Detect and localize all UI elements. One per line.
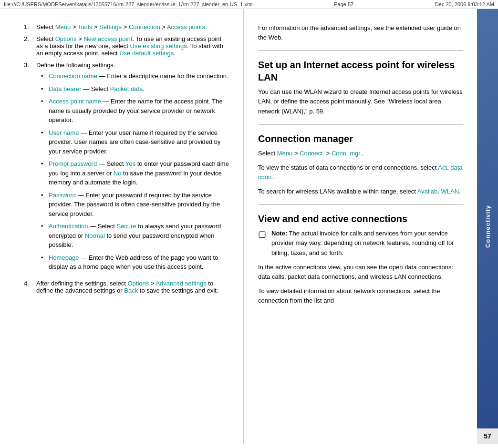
bullet-access-point-name: • Access point name — Enter the name for… (41, 97, 229, 125)
link-access-point-name[interactable]: Access point name (49, 98, 101, 105)
section2-line2-period: . (459, 188, 461, 195)
link-yes[interactable]: Yes (125, 160, 135, 167)
step-2-text-1: Select (36, 35, 55, 42)
link-availab-wlan[interactable]: Availab. WLAN (417, 188, 459, 195)
link-packet-data[interactable]: Packet data (110, 85, 143, 92)
step-1-gt1: > (71, 23, 78, 31)
note-body: The actual invoice for calls and service… (271, 230, 454, 256)
link-normal[interactable]: Normal (85, 232, 105, 239)
bullet-6-text: Password — Enter your password if requir… (49, 191, 229, 219)
link-homepage[interactable]: Homepage (49, 254, 79, 261)
bullet-8-text: Homepage — Enter the Web address of the … (49, 253, 229, 272)
section2-line1-before: To view the status of data connections o… (258, 164, 438, 171)
link-connect[interactable]: Connect. (300, 150, 324, 157)
step-2-content: Select Options > New access point. To us… (36, 35, 229, 57)
step-2: 2. Select Options > New access point. To… (24, 35, 229, 57)
date-label: Dec 20, 2006 9:03:12 AM (435, 1, 494, 7)
section2-sep1: > (292, 150, 300, 157)
section3-heading: View and end active connections (258, 213, 463, 225)
note-box: ▢ Note: The actual invoice for calls and… (258, 229, 463, 257)
step-2-num: 2. (24, 35, 33, 57)
link-use-existing[interactable]: Use existing settings (130, 42, 187, 50)
link-new-access[interactable]: New access point (83, 35, 132, 42)
bullet-authentication: • Authentication — Select Secure to alwa… (41, 222, 229, 250)
bullet-2-dot: • (41, 84, 46, 94)
step-1-num: 1. (24, 23, 33, 31)
link-options-1[interactable]: Options (55, 35, 77, 42)
bullet-data-bearer: • Data bearer — Select Packet data. (41, 84, 229, 94)
note-text: Note: The actual invoice for calls and s… (271, 229, 463, 257)
file-path: file:///C:/USERS/MODEServer/lkatajis/130… (4, 1, 253, 7)
link-access-points[interactable]: Access points (167, 23, 205, 31)
link-authentication[interactable]: Authentication (49, 223, 88, 230)
note-icon: ▢ (258, 229, 268, 257)
link-connection[interactable]: Connection (129, 23, 160, 31)
sidebar: Connectivity 57 (477, 9, 498, 444)
step-3-num: 3. (24, 61, 33, 275)
step-1: 1. Select Menu > Tools > Settings > Conn… (24, 23, 229, 31)
right-intro: For information on the advanced settings… (258, 23, 463, 42)
link-menu-2[interactable]: Menu (277, 150, 293, 157)
link-back[interactable]: Back (124, 287, 138, 294)
step-1-gt2: > (92, 23, 99, 31)
bullet-8-dot: • (41, 253, 46, 272)
bullet-5-text: Prompt password — Select Yes to enter yo… (49, 159, 229, 187)
link-tools[interactable]: Tools (78, 23, 92, 31)
section2-period: . (362, 150, 364, 157)
section3-body3: To view detailed information about netwo… (258, 286, 463, 305)
step-1-period: . (205, 23, 207, 31)
bullet-7-text: Authentication — Select Secure to always… (49, 222, 229, 250)
step-4: 4. After defining the settings, select O… (24, 280, 229, 294)
section1-heading: Set up an Internet access point for wire… (258, 59, 463, 83)
bullet-1-dot: • (41, 71, 46, 81)
step-3: 3. Define the following settings. • Conn… (24, 61, 229, 275)
step-4-text-1: After defining the settings, select (36, 280, 128, 287)
link-settings[interactable]: Settings (99, 23, 122, 31)
step-1-content: Select Menu > Tools > Settings > Connect… (36, 23, 229, 31)
link-user-name[interactable]: User name (49, 129, 79, 136)
link-options-2[interactable]: Options (128, 280, 149, 287)
separator-3 (258, 204, 463, 205)
bullet-5-dot: • (41, 159, 46, 187)
step-1-text-1: Select (36, 23, 55, 31)
section3-body2: In the active connections view, you can … (258, 263, 463, 282)
step-1-gt3: > (122, 23, 129, 31)
sidebar-label: Connectivity (484, 205, 491, 248)
step-2-gt1: > (77, 35, 84, 42)
separator-2 (258, 124, 463, 125)
bullet-password: • Password — Enter your password if requ… (41, 191, 229, 219)
link-advanced-settings[interactable]: Advanced settings (156, 280, 206, 287)
link-data-bearer[interactable]: Data bearer (49, 85, 82, 92)
bullet-3-dot: • (41, 97, 46, 125)
step-4-gt1: > (149, 280, 156, 287)
link-prompt-password[interactable]: Prompt password (49, 160, 97, 167)
main-layout: 1. Select Menu > Tools > Settings > Conn… (0, 9, 498, 444)
section2-line1-period: . (273, 173, 275, 181)
section2-line2-before: To search for wireless LANs available wi… (258, 188, 417, 195)
left-column: 1. Select Menu > Tools > Settings > Conn… (0, 9, 243, 444)
section2-select: Select Menu > Connect. > Conn. mgr.. (258, 149, 463, 158)
section2-select-text: Select (258, 150, 277, 157)
link-connection-name[interactable]: Connection name (49, 72, 97, 80)
right-column: For information on the advanced settings… (243, 9, 477, 444)
step-1-gt4: > (160, 23, 167, 31)
bullet-7-dot: • (41, 222, 46, 250)
bullet-homepage: • Homepage — Enter the Web address of th… (41, 253, 229, 272)
link-use-default[interactable]: Use default settings (119, 50, 174, 57)
step-4-text-3: to save the settings and exit. (138, 287, 218, 294)
link-no[interactable]: No (114, 170, 122, 177)
section2-sep2: > (324, 150, 332, 157)
section1-body: You can use the WLAN wizard to create In… (258, 87, 463, 116)
step-2-period: . (174, 50, 176, 57)
step-4-content: After defining the settings, select Opti… (36, 280, 229, 294)
link-password[interactable]: Password (49, 192, 76, 199)
note-label: Note: (271, 230, 287, 237)
bullet-list: • Connection name — Enter a descriptive … (41, 71, 229, 272)
step-4-num: 4. (24, 280, 33, 294)
bullet-6-dot: • (41, 191, 46, 219)
top-bar: file:///C:/USERS/MODEServer/lkatajis/130… (0, 0, 498, 9)
link-secure[interactable]: Secure (116, 223, 136, 230)
bullet-3-text: Access point name — Enter the name for t… (49, 97, 229, 125)
link-menu-1[interactable]: Menu (55, 23, 71, 31)
link-conn-mgr[interactable]: Conn. mgr. (332, 150, 362, 157)
